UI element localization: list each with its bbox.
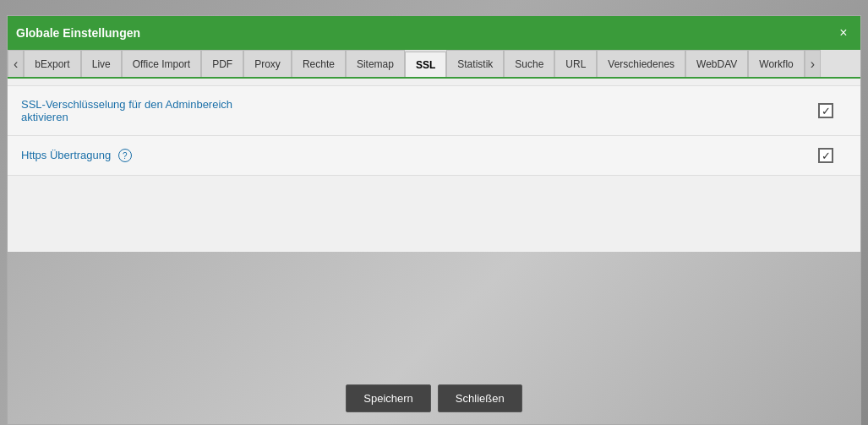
https-checkbox-cell	[805, 148, 847, 163]
tab-workflow[interactable]: Workflo	[748, 50, 804, 77]
tab-ssl[interactable]: SSL	[405, 52, 446, 79]
settings-row-https: Https Übertragung ?	[8, 136, 860, 176]
tab-prev-button[interactable]: ‹	[8, 50, 24, 77]
tab-url[interactable]: URL	[554, 50, 597, 77]
tab-next-button[interactable]: ›	[805, 50, 821, 77]
save-button[interactable]: Speichern	[346, 384, 431, 412]
https-help-icon[interactable]: ?	[118, 149, 132, 162]
dialog-window: Globale Einstellungen × ‹ bExport Live O…	[7, 15, 861, 425]
tab-sitemap[interactable]: Sitemap	[346, 50, 405, 77]
dialog-title: Globale Einstellungen	[16, 26, 140, 40]
https-checkbox[interactable]	[818, 148, 833, 163]
ssl-admin-checkbox-cell	[805, 103, 847, 118]
tab-pdf[interactable]: PDF	[201, 50, 243, 77]
tab-statistik[interactable]: Statistik	[446, 50, 504, 77]
ssl-admin-label-line2: aktivieren	[21, 111, 805, 123]
settings-row-ssl-admin: SSL-Verschlüsselung für den Adminbereich…	[8, 85, 860, 136]
title-bar: Globale Einstellungen ×	[8, 16, 860, 50]
ssl-admin-label: SSL-Verschlüsselung für den Adminbereich…	[21, 98, 805, 123]
close-button[interactable]: Schließen	[438, 384, 522, 412]
tab-proxy[interactable]: Proxy	[243, 50, 292, 77]
tab-rechte[interactable]: Rechte	[292, 50, 346, 77]
https-label: Https Übertragung ?	[21, 149, 805, 163]
ssl-admin-checkbox[interactable]	[818, 103, 833, 118]
footer: Speichern Schließen	[0, 379, 868, 425]
tab-bar: ‹ bExport Live Office Import PDF Proxy R…	[8, 50, 860, 79]
https-label-line1: Https Übertragung ?	[21, 149, 805, 163]
tab-export[interactable]: bExport	[24, 50, 80, 77]
tab-suche[interactable]: Suche	[504, 50, 554, 77]
tab-verschiedenes[interactable]: Verschiedenes	[597, 50, 685, 77]
tab-webdav[interactable]: WebDAV	[685, 50, 748, 77]
ssl-admin-label-line1: SSL-Verschlüsselung für den Adminbereich	[21, 98, 805, 111]
dialog-close-button[interactable]: ×	[835, 25, 852, 41]
content-area: SSL-Verschlüsselung für den Adminbereich…	[8, 79, 860, 252]
tab-office-import[interactable]: Office Import	[122, 50, 201, 77]
tab-live[interactable]: Live	[81, 50, 122, 77]
